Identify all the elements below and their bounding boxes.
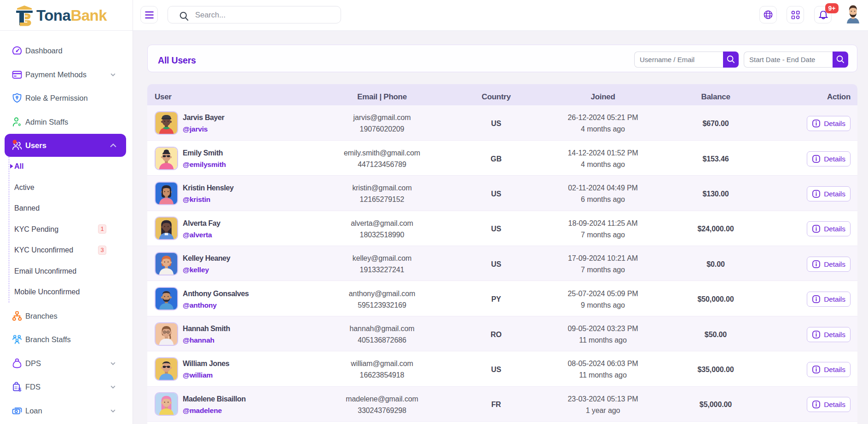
svg-text:TonaBank: TonaBank (36, 7, 107, 24)
svg-text:$: $ (18, 387, 22, 392)
